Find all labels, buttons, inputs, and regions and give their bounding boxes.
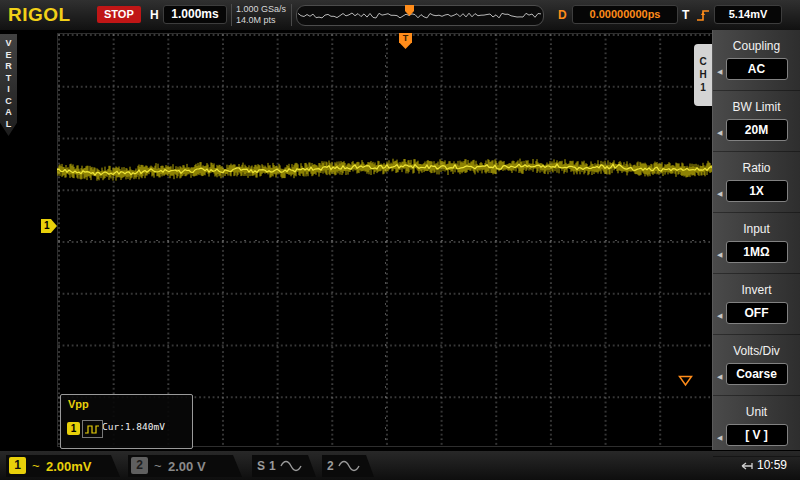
channel1-scale: 2.00mV [46, 459, 92, 474]
menu-item-invert[interactable]: Invert OFF [713, 274, 800, 335]
menu-item-value: AC [726, 58, 788, 80]
trigger-offscreen-arrow-icon [678, 375, 693, 387]
menu-item-input[interactable]: Input 1MΩ [713, 213, 800, 274]
vertical-menu-tab-label: VERTICAL [4, 38, 14, 136]
channel-menu-panel: Coupling AC BW Limit 20M Ratio 1X Input … [712, 30, 800, 450]
menu-item-coupling[interactable]: Coupling AC [713, 30, 800, 91]
sample-rate-block: 1.000 GSa/s 14.0M pts [236, 4, 286, 26]
channel2-badge[interactable]: 2 ~ 2.00 V [128, 455, 242, 477]
menu-tab-ch1[interactable]: CH1 [694, 44, 712, 106]
menu-item-value: 20M [726, 119, 788, 141]
divider [291, 4, 292, 26]
measurement-name: Vpp [68, 398, 89, 410]
channel2-scale: 2.00 V [168, 459, 206, 474]
menu-item-label: Input [713, 213, 800, 236]
brand-logo: RIGOL [8, 4, 71, 26]
clock: 10:59 [757, 458, 787, 472]
channel1-coupling-symbol: ~ [32, 458, 40, 473]
waveform-preview-strip [296, 5, 544, 26]
source2-badge[interactable]: 2 [322, 455, 374, 477]
channel1-ground-marker: 1 [41, 219, 57, 233]
measurement-box: Vpp Cur:1.840mV Avg:1.910mV Min:1.600mV … [60, 394, 193, 449]
trigger-label: T [682, 8, 689, 22]
measurement-wave-icon [82, 420, 103, 438]
waveform-noise [57, 159, 713, 181]
menu-item-label: Volts/Div [713, 335, 800, 358]
delay-label: D [558, 8, 567, 22]
menu-item-label: Coupling [713, 30, 800, 53]
horizontal-label: H [150, 8, 159, 22]
source1-badge[interactable]: S 1 [252, 455, 316, 477]
trigger-level-value: 5.14mV [714, 5, 782, 24]
channel2-coupling-symbol: ~ [154, 458, 162, 473]
acquisition-status-badge: STOP [97, 6, 141, 23]
menu-item-label: Unit [713, 396, 800, 419]
measurement-channel-badge: 1 [67, 422, 80, 435]
menu-item-ratio[interactable]: Ratio 1X [713, 152, 800, 213]
channel1-number: 1 [9, 457, 26, 474]
menu-item-unit[interactable]: Unit [ V ] [713, 396, 800, 457]
measurement-cur: Cur:1.840mV [102, 421, 165, 433]
oscilloscope-screen: RIGOL STOP H 1.000ms 1.000 GSa/s 14.0M p… [0, 0, 800, 480]
menu-item-volts-div[interactable]: Volts/Div Coarse [713, 335, 800, 396]
menu-item-bw-limit[interactable]: BW Limit 20M [713, 91, 800, 152]
menu-tab-label: CH1 [698, 56, 709, 95]
preview-wave [298, 13, 541, 18]
menu-item-value: Coarse [726, 363, 788, 385]
channel2-number: 2 [131, 457, 148, 474]
timebase-value: 1.000ms [163, 5, 227, 24]
vertical-menu-tab[interactable]: VERTICAL [0, 34, 17, 136]
menu-item-value: 1MΩ [726, 241, 788, 263]
sine-icon [280, 459, 304, 473]
menu-item-value: OFF [726, 302, 788, 324]
preview-wave-svg [298, 7, 542, 24]
menu-item-label: BW Limit [713, 91, 800, 114]
usb-icon [738, 460, 754, 472]
menu-item-label: Ratio [713, 152, 800, 175]
sample-rate: 1.000 GSa/s [236, 4, 286, 15]
left-arrow-icon [717, 190, 722, 198]
channel1-badge[interactable]: 1 ~ 2.00mV [6, 455, 120, 477]
menu-item-value: 1X [726, 180, 788, 202]
divider [231, 4, 232, 26]
source2-number: 2 [327, 459, 334, 473]
trigger-edge-icon [695, 6, 711, 24]
left-arrow-icon [717, 129, 722, 137]
left-arrow-icon [717, 251, 722, 259]
sine-icon [338, 459, 362, 473]
menu-item-value: [ V ] [726, 424, 788, 446]
delay-value: 0.00000000ps [572, 5, 678, 24]
bottom-status-bar: 1 ~ 2.00mV 2 ~ 2.00 V S 1 2 10:59 [0, 450, 800, 480]
waveform-svg [57, 33, 713, 447]
left-arrow-icon [717, 373, 722, 381]
left-arrow-icon [717, 434, 722, 442]
left-arrow-icon [717, 312, 722, 320]
menu-item-label: Invert [713, 274, 800, 297]
source-s-label: S [257, 459, 265, 473]
top-status-bar: RIGOL STOP H 1.000ms 1.000 GSa/s 14.0M p… [0, 0, 800, 31]
source1-number: 1 [269, 459, 276, 473]
memory-depth: 14.0M pts [236, 15, 286, 26]
left-arrow-icon [717, 68, 722, 76]
